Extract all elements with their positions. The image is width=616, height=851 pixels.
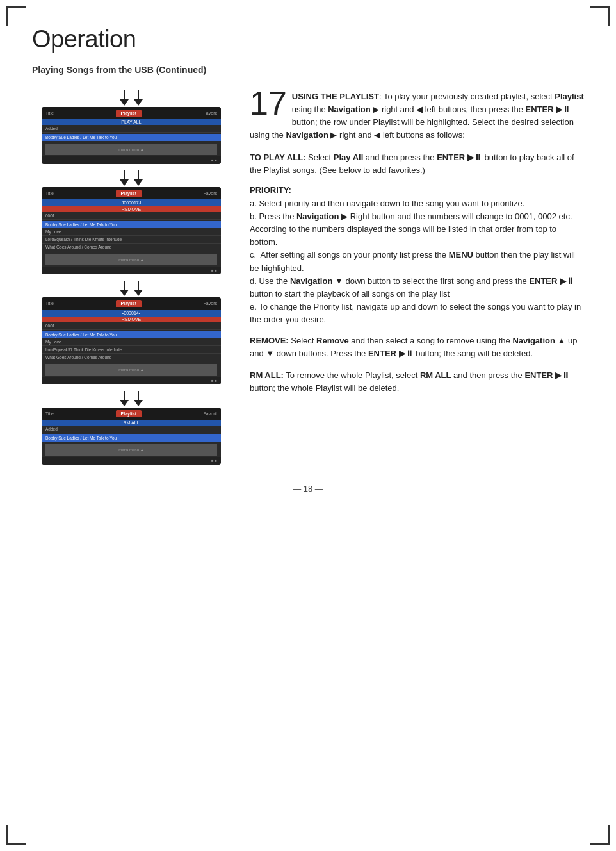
content-row: Title Playlist Favorit PLAY ALL Added Bo… [32, 90, 584, 465]
page-title: Operation [32, 26, 584, 53]
arrow-down-2r [134, 170, 143, 186]
step-intro-text: 17 USING THE PLAYLIST: To play your prev… [250, 90, 584, 142]
footer-text: — 18 — [293, 484, 323, 493]
screen-row-2c: LordSqueak97 Think Die Kmers Interlude [42, 236, 221, 244]
screen-body-1: Bobby Sue Ladies / Let Me Talk to You [42, 133, 221, 142]
screenshot-wrapper-4: Title Playlist Favorit RM ALL Added Bobb… [32, 391, 231, 465]
screen-body-3: Bobby Sue Ladies / Let Me Talk to You My… [42, 330, 221, 363]
arrow-down-left [120, 90, 129, 106]
section-priority: PRIORITY: a. Select priority and then na… [250, 185, 584, 326]
page-container: Operation Playing Songs from the USB (Co… [0, 0, 616, 538]
priority-c: c. After setting all songs on your prior… [250, 249, 584, 274]
remove-body: REMOVE: Select Remove and then select a … [250, 335, 584, 360]
screen-mock-1: Title Playlist Favorit PLAY ALL Added Bo… [42, 107, 221, 164]
arrow-down-right [134, 90, 143, 106]
screen-row-3c: LordSqueak97 Think Die Kmers Interlude [42, 346, 221, 354]
screenshot-wrapper-2: Title Playlist Favorit J000017J REMOVE 0… [32, 170, 231, 274]
arrow-down-4l [120, 391, 129, 406]
screen-row-3b: My Love [42, 338, 221, 346]
nav-label-1: Navigation [328, 104, 370, 114]
arrow-indicator-3 [120, 281, 143, 296]
instructions-column: 17 USING THE PLAYLIST: To play your prev… [250, 90, 584, 403]
screen-title-3: Title [45, 301, 54, 306]
arrow-indicator-4 [120, 391, 143, 406]
screen-footer-2: ■ ■ [42, 267, 221, 274]
corner-mark-tl [6, 6, 26, 26]
arrow-pair-2 [120, 170, 143, 186]
enter-label-4: ENTER ▶⏸ [368, 349, 414, 358]
screen-mock-2: Title Playlist Favorit J000017J REMOVE 0… [42, 187, 221, 274]
screen-topbar-right-4: Favorit [204, 411, 217, 416]
screen-highlight-2: REMOVE [42, 206, 221, 212]
screen-footer-3: ■ ■ [42, 377, 221, 384]
priority-b: b. Press the Navigation ▶ Right button a… [250, 210, 584, 249]
screen-row-2d: What Goes Around / Comes Around [42, 244, 221, 251]
section-rm-all: RM ALL: To remove the whole Playlist, se… [250, 369, 584, 395]
page-footer: — 18 — [32, 484, 584, 500]
screen-playlist-tab-4: Playlist [116, 410, 142, 417]
arrow-down-3l [120, 281, 129, 296]
section-to-play-all: TO PLAY ALL: Select Play All and then pr… [250, 151, 584, 177]
corner-mark-bl [6, 825, 26, 845]
screen-selected-2: Bobby Sue Ladies / Let Me Talk to You [42, 221, 221, 228]
screen-playlist-tab-2: Playlist [116, 190, 142, 197]
arrow-down-3r [134, 281, 143, 296]
screen-topbar-2: Title Playlist Favorit [42, 187, 221, 199]
priority-e: e. To change the Priority list, navigate… [250, 301, 584, 326]
play-all-label: Play All [334, 153, 363, 162]
nav-label-2: Navigation [286, 130, 328, 140]
arrow-pair-3 [120, 281, 143, 296]
arrow-down-4r [134, 391, 143, 406]
screen-selected-4: Bobby Sue Ladies / Let Me Talk to You [42, 434, 221, 442]
enter-label-2: ENTER ▶⏸ [437, 153, 482, 162]
screen-body-4: Bobby Sue Ladies / Let Me Talk to You [42, 433, 221, 443]
screen-footer-1: ■ ■ [42, 156, 221, 164]
step-number: 17 [250, 87, 287, 120]
screen-topbar-right-3: Favorit [204, 301, 217, 306]
screenshot-wrapper-3: Title Playlist Favorit •000014• REMOVE 0… [32, 281, 231, 384]
screen-row-4a: Added [42, 426, 221, 433]
screen-title-2: Title [45, 191, 54, 195]
screen-selected-1: Bobby Sue Ladies / Let Me Talk to You [42, 134, 221, 141]
step-heading: USING THE PLAYLIST [292, 92, 379, 101]
screen-topbar-1: Title Playlist Favorit [42, 107, 221, 119]
screen-title-4: Title [45, 411, 54, 416]
screen-mock-3: Title Playlist Favorit •000014• REMOVE 0… [42, 297, 221, 384]
screen-topbar-4: Title Playlist Favorit [42, 408, 221, 420]
enter-label-1: ENTER ▶⏸ [526, 104, 571, 114]
screen-serial-3: •000014• [42, 310, 221, 317]
screen-mock-4: Title Playlist Favorit RM ALL Added Bobb… [42, 408, 221, 465]
screen-row-3d: What Goes Around / Comes Around [42, 354, 221, 361]
rm-all-label: RM ALL [420, 370, 451, 380]
screen-highlight-1: PLAY ALL [42, 119, 221, 125]
screen-selected-3: Bobby Sue Ladies / Let Me Talk to You [42, 331, 221, 338]
screen-playlist-tab-3: Playlist [116, 300, 142, 307]
rm-all-body: RM ALL: To remove the whole Playlist, se… [250, 369, 584, 395]
corner-mark-br [590, 825, 610, 845]
screen-body-2: Bobby Sue Ladies / Let Me Talk to You My… [42, 220, 221, 252]
screen-row-2a: 0001 [42, 212, 221, 220]
remove-label: Remove [316, 336, 349, 345]
screen-serial-2: J000017J [42, 199, 221, 206]
section-remove: REMOVE: Select Remove and then select a … [250, 335, 584, 360]
nav-label-3: Navigation [296, 211, 339, 221]
remove-title: REMOVE: [250, 336, 289, 345]
screen-divider-1: menu menu ▲ [45, 144, 217, 155]
enter-label-3: ENTER ▶⏸ [529, 276, 574, 286]
screen-title-1: Title [45, 111, 54, 115]
screen-divider-3: menu menu ▲ [45, 364, 217, 376]
to-play-all-body: TO PLAY ALL: Select Play All and then pr… [250, 151, 584, 177]
screen-topbar-right-2: Favorit [204, 191, 217, 195]
screen-row-2b: My Love [42, 228, 221, 236]
screen-highlight-4: RM ALL [42, 420, 221, 426]
screen-topbar-right-1: Favorit [204, 111, 217, 115]
screen-divider-4: menu menu ▲ [45, 444, 217, 456]
playlist-label: Playlist [555, 92, 584, 101]
rm-all-title: RM ALL: [250, 370, 284, 380]
arrow-indicator-1 [120, 90, 143, 106]
priority-a: a. Select priority and then navigate dow… [250, 197, 584, 210]
priority-d: d. Use the Navigation ▼ down button to s… [250, 275, 584, 301]
screen-footer-4: ■ ■ [42, 457, 221, 465]
screenshots-column: Title Playlist Favorit PLAY ALL Added Bo… [32, 90, 231, 465]
arrow-down-2l [120, 170, 129, 186]
